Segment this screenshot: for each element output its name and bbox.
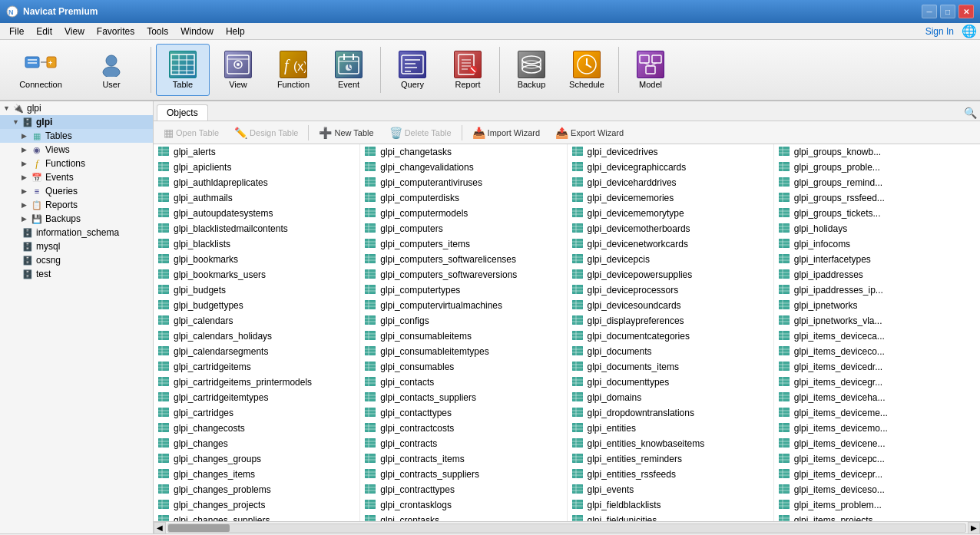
table-row[interactable]: glpi_items_devicepr... (774, 467, 980, 482)
toolbar-model-btn[interactable]: Model (624, 44, 677, 96)
table-row[interactable]: glpi_computers (360, 221, 566, 236)
table-row[interactable]: glpi_items_deviceco... (774, 344, 980, 359)
table-row[interactable]: glpi_cartridges (154, 405, 359, 421)
table-row[interactable]: glpi_contacttypes (360, 405, 566, 421)
table-row[interactable]: glpi_entities_knowbaseitems (568, 436, 773, 451)
table-row[interactable]: glpi_devicemotherboards (568, 221, 773, 236)
table-row[interactable]: glpi_calendars_holidays (154, 329, 359, 344)
table-row[interactable]: glpi_computervirtualmachines (360, 298, 566, 313)
table-row[interactable]: glpi_calendars (154, 313, 359, 329)
toolbar-query-btn[interactable]: Query (386, 44, 439, 96)
table-row[interactable]: glpi_items_devicedr... (774, 359, 980, 375)
table-row[interactable]: glpi_ipnetworks_vla... (774, 313, 980, 329)
table-row[interactable]: glpi_groups_knowb... (774, 144, 980, 160)
table-row[interactable]: glpi_documenttypes (568, 375, 773, 390)
table-row[interactable]: glpi_blacklistedmailcontents (154, 221, 359, 236)
table-row[interactable]: glpi_ipaddresses (774, 267, 980, 282)
table-row[interactable]: glpi_items_deviceha... (774, 390, 980, 405)
tree-server-glpi[interactable]: ▼ 🔌 glpi (0, 101, 153, 115)
table-row[interactable]: glpi_changes_suppliers (154, 513, 359, 521)
new-table-btn[interactable]: ➕ New Table (312, 124, 380, 142)
table-row[interactable]: glpi_changes (154, 436, 359, 451)
table-row[interactable]: glpi_contractcosts (360, 421, 566, 436)
table-row[interactable]: glpi_documentcategories (568, 329, 773, 344)
table-row[interactable]: glpi_authldapreplicates (154, 175, 359, 190)
table-row[interactable]: glpi_devicememories (568, 190, 773, 206)
table-row[interactable]: glpi_contracts (360, 436, 566, 451)
toolbar-view-btn[interactable]: View (211, 44, 265, 96)
table-row[interactable]: glpi_computermodels (360, 206, 566, 221)
menu-edit[interactable]: Edit (30, 25, 58, 38)
objects-tab[interactable]: Objects (157, 104, 208, 121)
tree-tables[interactable]: ▶ ▦ Tables (0, 129, 153, 143)
table-row[interactable]: glpi_groups_proble... (774, 160, 980, 175)
tree-ocsng[interactable]: 🗄️ ocsng (0, 253, 153, 267)
tree-info-schema[interactable]: 🗄️ information_schema (0, 226, 153, 239)
menu-window[interactable]: Window (174, 25, 220, 38)
table-row[interactable]: glpi_changes_items (154, 467, 359, 482)
table-row[interactable]: glpi_items_problem... (774, 497, 980, 513)
toolbar-report-btn[interactable]: Report (441, 44, 495, 96)
table-row[interactable]: glpi_blacklists (154, 236, 359, 252)
minimize-btn[interactable]: ─ (922, 5, 937, 18)
table-row[interactable]: glpi_devicepcis (568, 252, 773, 267)
table-row[interactable]: glpi_computers_softwareversions (360, 267, 566, 282)
table-row[interactable]: glpi_deviceharddrives (568, 175, 773, 190)
table-row[interactable]: glpi_dropdowntranslations (568, 405, 773, 421)
tree-views[interactable]: ▶ ◉ Views (0, 143, 153, 157)
table-row[interactable]: glpi_computerantiviruses (360, 175, 566, 190)
table-row[interactable]: glpi_infocoms (774, 236, 980, 252)
table-row[interactable]: glpi_entities_reminders (568, 451, 773, 467)
close-btn[interactable]: ✕ (958, 5, 974, 18)
table-row[interactable]: glpi_contracttypes (360, 482, 566, 497)
table-row[interactable]: glpi_computerdisks (360, 190, 566, 206)
table-row[interactable]: glpi_groups_tickets... (774, 206, 980, 221)
toolbar-schedule-btn[interactable]: Schedule (560, 44, 614, 96)
menu-view[interactable]: View (58, 25, 91, 38)
table-row[interactable]: glpi_configs (360, 313, 566, 329)
table-row[interactable]: glpi_changes_projects (154, 497, 359, 513)
tree-events[interactable]: ▶ 📅 Events (0, 170, 153, 184)
hscroll-thumb[interactable] (168, 524, 230, 532)
table-row[interactable]: glpi_contracts_items (360, 451, 566, 467)
table-row[interactable]: glpi_deviceprocessors (568, 282, 773, 298)
toolbar-table-btn[interactable]: Table (156, 44, 210, 96)
tree-backups[interactable]: ▶ 💾 Backups (0, 212, 153, 226)
hscroll-track[interactable] (167, 523, 966, 533)
table-row[interactable]: glpi_apiclients (154, 160, 359, 175)
sign-in-link[interactable]: Sign In (925, 26, 954, 37)
table-row[interactable]: glpi_changetasks (360, 144, 566, 160)
tree-reports[interactable]: ▶ 📋 Reports (0, 198, 153, 212)
table-row[interactable]: glpi_cartridgeitems (154, 359, 359, 375)
table-row[interactable]: glpi_bookmarks (154, 252, 359, 267)
table-row[interactable]: glpi_entities_rssfeeds (568, 467, 773, 482)
menu-file[interactable]: File (3, 25, 30, 38)
table-row[interactable]: glpi_items_deviceso... (774, 482, 980, 497)
tree-functions[interactable]: ▶ f Functions (0, 157, 153, 170)
connection-btn[interactable]: + Connection (6, 44, 75, 96)
table-row[interactable]: glpi_changecosts (154, 421, 359, 436)
table-row[interactable]: glpi_changes_problems (154, 482, 359, 497)
tree-mysql[interactable]: 🗄️ mysql (0, 239, 153, 253)
table-row[interactable]: glpi_groups_rssfeed... (774, 190, 980, 206)
table-row[interactable]: glpi_crontasklogs (360, 497, 566, 513)
table-row[interactable]: glpi_alerts (154, 144, 359, 160)
table-row[interactable]: glpi_cartridgeitems_printermodels (154, 375, 359, 390)
tree-test[interactable]: 🗄️ test (0, 267, 153, 281)
table-row[interactable]: glpi_documents_items (568, 359, 773, 375)
table-row[interactable]: glpi_budgets (154, 282, 359, 298)
toolbar-backup-btn[interactable]: Backup (505, 44, 558, 96)
toolbar-function-btn[interactable]: f (x) Function (267, 44, 320, 96)
table-row[interactable]: glpi_items_devicemo... (774, 421, 980, 436)
table-row[interactable]: glpi_computertypes (360, 282, 566, 298)
table-row[interactable]: glpi_ipaddresses_ip... (774, 282, 980, 298)
table-row[interactable]: glpi_autoupdatesystems (154, 206, 359, 221)
table-row[interactable]: glpi_crontasks (360, 513, 566, 521)
table-row[interactable]: glpi_contacts_suppliers (360, 390, 566, 405)
import-wizard-btn[interactable]: 📥 Import Wizard (465, 124, 547, 142)
table-row[interactable]: glpi_items_projects (774, 513, 980, 521)
table-row[interactable]: glpi_authmails (154, 190, 359, 206)
table-row[interactable]: glpi_fieldblacklists (568, 497, 773, 513)
menu-help[interactable]: Help (220, 25, 251, 38)
table-row[interactable]: glpi_items_deviceca... (774, 329, 980, 344)
